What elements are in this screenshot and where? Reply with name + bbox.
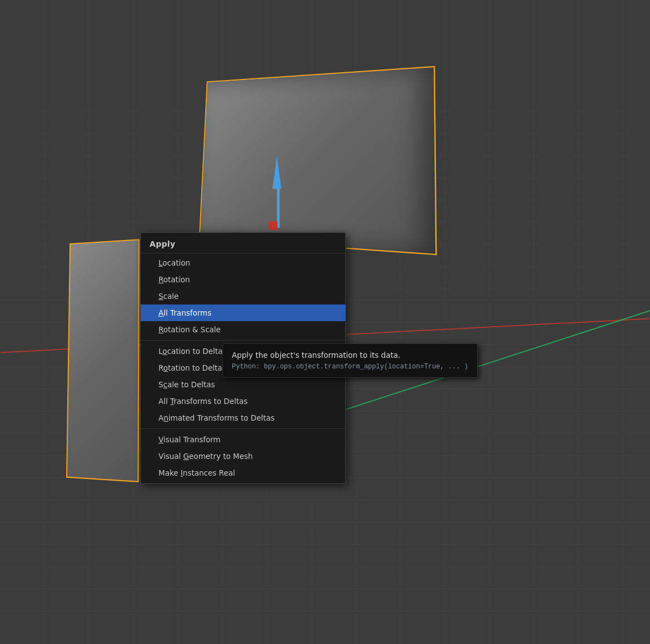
- 3d-viewport: Apply Location Rotation Scale All Transf…: [0, 0, 650, 644]
- menu-item-location[interactable]: Location: [141, 254, 345, 271]
- menu-item-animated-transforms-to-deltas[interactable]: Animated Transforms to Deltas: [141, 410, 345, 426]
- menu-item-all-transforms-to-deltas[interactable]: All Transforms to Deltas: [141, 393, 345, 410]
- tooltip-description: Apply the object's transformation to its…: [232, 351, 468, 360]
- menu-title: Apply: [141, 235, 345, 253]
- selected-object-left: [66, 239, 140, 482]
- menu-item-visual-transform[interactable]: Visual Transform: [141, 431, 345, 448]
- menu-item-make-instances-real[interactable]: Make Instances Real: [141, 465, 345, 481]
- menu-item-tooltip: Apply the object's transformation to its…: [222, 343, 478, 378]
- selected-object-main: [199, 66, 437, 256]
- transform-origin-dot: [269, 221, 277, 230]
- menu-separator-2: [141, 428, 345, 429]
- menu-item-rotation-scale[interactable]: Rotation & Scale: [141, 321, 345, 338]
- menu-item-visual-geometry-to-mesh[interactable]: Visual Geometry to Mesh: [141, 448, 345, 465]
- menu-item-scale[interactable]: Scale: [141, 288, 345, 304]
- menu-item-scale-to-deltas[interactable]: Scale to Deltas: [141, 376, 345, 393]
- menu-separator-1: [141, 340, 345, 341]
- menu-item-rotation[interactable]: Rotation: [141, 271, 345, 288]
- menu-item-all-transforms[interactable]: All Transforms: [141, 304, 345, 321]
- transform-arrow-z-stem: [277, 183, 280, 228]
- tooltip-python-api: Python: bpy.ops.object.transform_apply(l…: [232, 363, 468, 371]
